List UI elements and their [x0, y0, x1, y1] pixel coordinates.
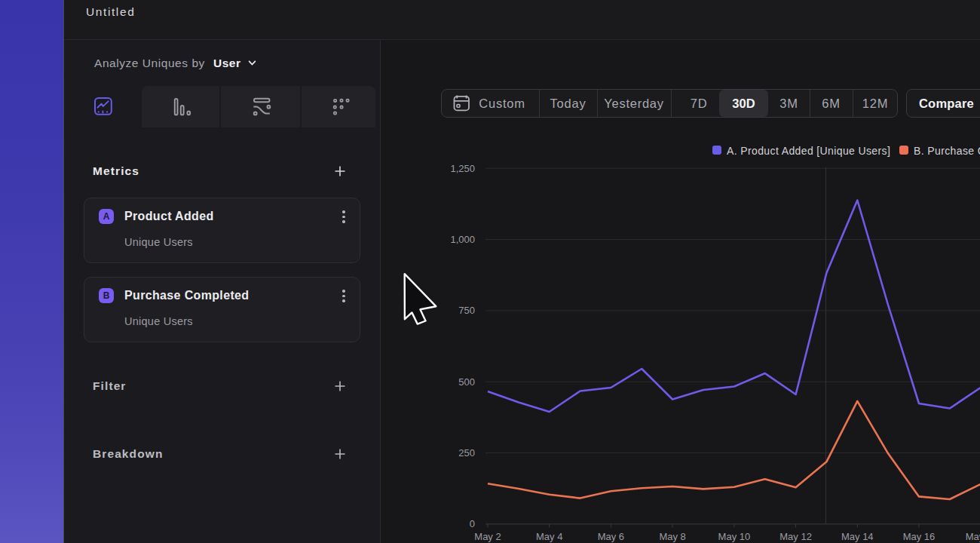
svg-text:500: 500 — [458, 376, 475, 388]
svg-text:May 14: May 14 — [841, 531, 874, 542]
svg-text:750: 750 — [458, 305, 475, 316]
svg-text:May 8: May 8 — [659, 531, 685, 542]
svg-text:May 4: May 4 — [536, 531, 562, 542]
svg-text:May 18: May 18 — [966, 531, 980, 542]
svg-text:0: 0 — [470, 518, 475, 529]
svg-text:250: 250 — [458, 447, 475, 459]
svg-text:May 12: May 12 — [779, 531, 812, 542]
svg-text:May 2: May 2 — [474, 531, 501, 542]
svg-text:May 6: May 6 — [598, 531, 624, 542]
svg-text:May 10: May 10 — [718, 531, 751, 542]
svg-text:1,250: 1,250 — [450, 163, 475, 174]
svg-text:May 16: May 16 — [903, 531, 936, 542]
svg-text:1,000: 1,000 — [450, 234, 475, 245]
